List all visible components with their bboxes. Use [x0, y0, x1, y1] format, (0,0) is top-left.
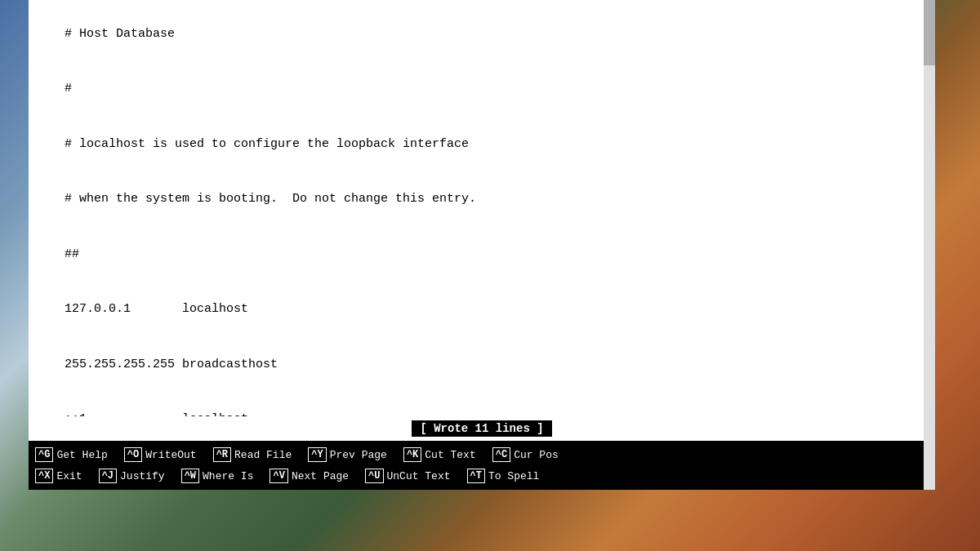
- key-ctrl-u[interactable]: ^U: [365, 469, 383, 483]
- editor-area[interactable]: # Host Database # # localhost is used to…: [29, 0, 935, 416]
- label-read-file: Read File: [234, 449, 292, 461]
- editor-line-4: # when the system is booting. Do not cha…: [65, 192, 476, 206]
- label-to-spell: To Spell: [488, 470, 539, 482]
- label-next-page: Next Page: [292, 470, 349, 482]
- label-where-is: Where Is: [203, 470, 253, 482]
- key-ctrl-r[interactable]: ^R: [213, 447, 231, 462]
- key-ctrl-w[interactable]: ^W: [181, 469, 199, 483]
- scrollbar-thumb[interactable]: [924, 0, 935, 65]
- status-bar: [ Wrote 11 lines ]: [29, 416, 935, 441]
- editor-line-7: 255.255.255.255 broadcasthost: [65, 358, 278, 371]
- key-ctrl-t[interactable]: ^T: [467, 469, 485, 483]
- scrollbar[interactable]: [924, 0, 935, 490]
- key-ctrl-k[interactable]: ^K: [403, 447, 421, 462]
- editor-line-1: # Host Database: [65, 27, 175, 41]
- editor-line-5: ##: [65, 247, 79, 261]
- key-ctrl-j[interactable]: ^J: [99, 469, 117, 483]
- label-prev-page: Prev Page: [330, 449, 387, 461]
- label-cur-pos: Cur Pos: [514, 449, 559, 461]
- status-message: [ Wrote 11 lines ]: [412, 420, 551, 437]
- key-ctrl-y[interactable]: ^Y: [308, 447, 326, 462]
- editor-line-3: # localhost is used to configure the loo…: [65, 137, 469, 151]
- editor-line-6: 127.0.0.1 localhost: [65, 302, 248, 316]
- key-ctrl-c[interactable]: ^C: [492, 447, 510, 462]
- key-ctrl-g[interactable]: ^G: [35, 447, 53, 462]
- menu-bar: ^G Get Help ^O WriteOut ^R Read File ^Y …: [29, 441, 935, 490]
- key-ctrl-v[interactable]: ^V: [270, 469, 287, 483]
- menu-row-2: ^X Exit ^J Justify ^W Where Is ^V Next P…: [29, 469, 935, 483]
- label-cut-text: Cut Text: [425, 449, 475, 461]
- menu-row-1: ^G Get Help ^O WriteOut ^R Read File ^Y …: [29, 447, 935, 462]
- label-writeout: WriteOut: [145, 449, 196, 461]
- key-ctrl-x[interactable]: ^X: [35, 469, 53, 483]
- label-uncut-text: UnCut Text: [387, 470, 451, 482]
- key-ctrl-o[interactable]: ^O: [124, 447, 142, 462]
- label-get-help: Get Help: [56, 449, 107, 461]
- terminal-window: # Host Database # # localhost is used to…: [29, 0, 935, 490]
- label-exit: Exit: [56, 470, 82, 482]
- editor-line-2: #: [65, 82, 72, 96]
- label-justify: Justify: [120, 470, 165, 482]
